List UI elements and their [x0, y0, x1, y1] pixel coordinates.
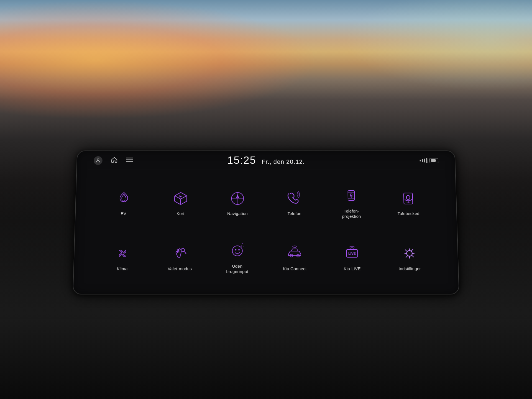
navigation-icon: [228, 189, 247, 208]
klima-label: Klima: [117, 266, 128, 272]
valet-modus-icon: [170, 244, 190, 263]
app-uden-brugerinput[interactable]: Udenbrugerinput: [208, 230, 266, 285]
navigation-label: Navigation: [227, 211, 248, 216]
telefon-label: Telefon: [288, 211, 302, 216]
svg-point-0: [97, 158, 99, 160]
kia-live-label: Kia LIVE: [344, 266, 361, 272]
date-display: Fr., den 20.12.: [262, 158, 305, 165]
uden-brugerinput-icon: [227, 241, 247, 261]
sky-right-overlay: [319, 0, 532, 100]
ev-label: EV: [121, 211, 126, 216]
telefon-projektion-label: Telefon-projektion: [342, 208, 361, 219]
battery-tip: [435, 159, 436, 162]
talebesked-icon: [398, 189, 418, 208]
indstillinger-icon: [400, 244, 420, 263]
kia-live-icon: LIVE: [342, 244, 362, 263]
kort-label: Kort: [177, 211, 185, 216]
profile-icon[interactable]: [94, 156, 103, 165]
valet-modus-label: Valet-modus: [168, 266, 192, 272]
status-right-icons: [323, 158, 438, 163]
app-kort[interactable]: Kort: [152, 175, 209, 230]
app-ev[interactable]: EV: [94, 175, 153, 230]
talebesked-label: Talebesked: [398, 211, 420, 216]
status-bar: 15:25 Fr., den 20.12.: [88, 151, 444, 170]
app-grid: EV Kort: [85, 170, 447, 288]
ev-icon: [114, 189, 134, 208]
status-center: 15:25 Fr., den 20.12.: [208, 155, 323, 166]
svg-line-9: [181, 201, 187, 205]
svg-point-27: [238, 249, 240, 250]
infotainment-screen: 15:25 Fr., den 20.12.: [73, 150, 459, 294]
svg-marker-4: [175, 193, 187, 199]
battery-indicator: [429, 158, 438, 163]
sig-bar-4: [426, 158, 427, 163]
kia-connect-label: Kia Connect: [283, 266, 307, 272]
sig-bar-3: [424, 158, 425, 162]
app-klima[interactable]: Klima: [93, 230, 152, 285]
app-valet-modus[interactable]: Valet-modus: [151, 230, 209, 285]
app-navigation[interactable]: Navigation: [209, 175, 266, 230]
sig-bar-1: [420, 160, 421, 161]
status-left-icons: [94, 156, 209, 165]
app-indstillinger[interactable]: Indstillinger: [380, 230, 439, 285]
app-talebesked[interactable]: Talebesked: [379, 175, 438, 230]
menu-icon[interactable]: [126, 157, 133, 164]
svg-point-26: [235, 249, 236, 250]
klima-icon: [112, 244, 132, 263]
uden-brugerinput-label: Udenbrugerinput: [226, 263, 248, 274]
home-icon[interactable]: [111, 156, 118, 165]
app-kia-connect[interactable]: Kia Connect: [266, 230, 324, 285]
app-telefon[interactable]: Telefon: [266, 175, 323, 230]
sig-bar-2: [422, 159, 423, 162]
kort-icon: [171, 189, 191, 208]
svg-point-32: [406, 251, 412, 256]
svg-point-25: [232, 246, 242, 256]
svg-point-21: [121, 252, 124, 255]
svg-text:LIVE: LIVE: [348, 252, 356, 256]
app-telefon-projektion[interactable]: Telefon-projektion: [323, 175, 380, 230]
telefon-projektion-icon: [341, 186, 361, 205]
telefon-icon: [285, 189, 304, 208]
app-kia-live[interactable]: LIVE Kia LIVE: [323, 230, 381, 285]
svg-rect-18: [406, 195, 410, 200]
svg-line-8: [175, 201, 181, 205]
signal-strength: [420, 158, 427, 163]
sky-sunset-overlay: [0, 0, 319, 120]
kia-connect-icon: [285, 244, 305, 263]
clock-display: 15:25: [227, 155, 256, 166]
indstillinger-label: Indstillinger: [398, 266, 421, 272]
dashboard-bottom: [0, 319, 532, 399]
battery-fill: [431, 159, 435, 162]
